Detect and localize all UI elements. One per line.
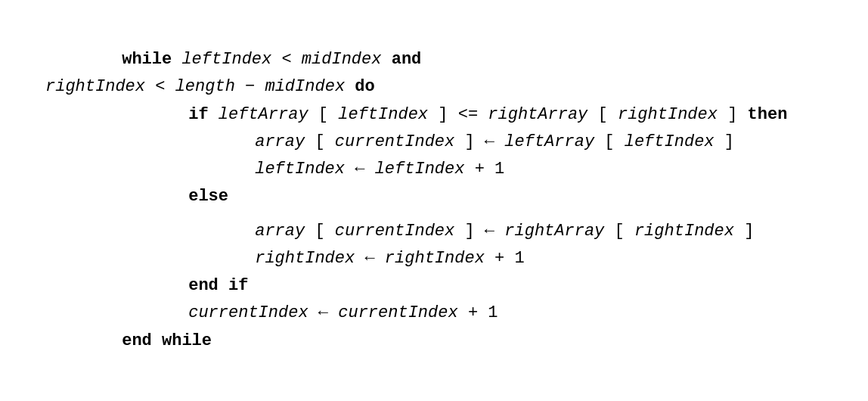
var-rightIndex-1: rightIndex (45, 77, 145, 96)
var-leftIndex-3: leftIndex (625, 132, 715, 151)
line-rightindex-inc: rightIndex ← rightIndex + 1 (45, 245, 823, 272)
line-assign-right: array [ currentIndex ] ← rightArray [ ri… (45, 218, 823, 245)
var-midIndex-1: midIndex (302, 50, 382, 69)
line-end-if: end if (45, 272, 823, 300)
line-if-condition: if leftArray [ leftIndex ] <= rightArray… (45, 101, 823, 129)
var-leftIndex-4: leftIndex (255, 160, 345, 179)
var-rightIndex-4: rightIndex (255, 249, 355, 268)
var-leftIndex-2: leftIndex (338, 105, 428, 124)
var-leftArray-2: leftArray (504, 132, 594, 151)
var-leftIndex-5: leftIndex (375, 160, 465, 179)
var-midIndex-2: midIndex (265, 77, 345, 96)
keyword-and: and (392, 50, 422, 69)
code-block: while leftIndex < midIndex and rightInde… (0, 0, 868, 401)
line-while-condition1: while leftIndex < midIndex and (45, 46, 823, 73)
var-rightArray-1: rightArray (488, 105, 587, 124)
var-leftArray-1: leftArray (219, 105, 308, 124)
line-else: else (45, 183, 823, 210)
line-currentindex-inc: currentIndex ← currentIndex + 1 (45, 300, 823, 327)
var-rightArray-2: rightArray (504, 222, 604, 241)
var-array-1: array (255, 132, 305, 151)
var-currentIndex-4: currentIndex (338, 303, 457, 322)
keyword-while: while (122, 50, 172, 69)
var-leftIndex-1: leftIndex (181, 50, 271, 69)
var-currentIndex-2: currentIndex (335, 222, 454, 241)
keyword-end-if: end if (188, 276, 248, 295)
var-currentIndex-1: currentIndex (335, 132, 454, 151)
line-spacer (45, 211, 823, 218)
line-end-while: end while (45, 328, 823, 355)
var-rightIndex-2: rightIndex (618, 105, 718, 124)
keyword-if: if (188, 105, 208, 124)
keyword-then: then (748, 105, 788, 124)
var-rightIndex-3: rightIndex (634, 222, 734, 241)
var-currentIndex-3: currentIndex (188, 303, 308, 322)
line-leftindex-inc: leftIndex ← leftIndex + 1 (45, 156, 823, 183)
keyword-else: else (188, 187, 228, 206)
var-rightIndex-5: rightIndex (385, 249, 485, 268)
var-length: length (175, 77, 235, 96)
keyword-do: do (355, 77, 374, 96)
line-assign-left: array [ currentIndex ] ← leftArray [ lef… (45, 129, 823, 156)
line-while-condition2: rightIndex < length − midIndex do (45, 73, 823, 101)
keyword-end-while: end while (122, 331, 212, 350)
var-array-2: array (255, 222, 305, 241)
